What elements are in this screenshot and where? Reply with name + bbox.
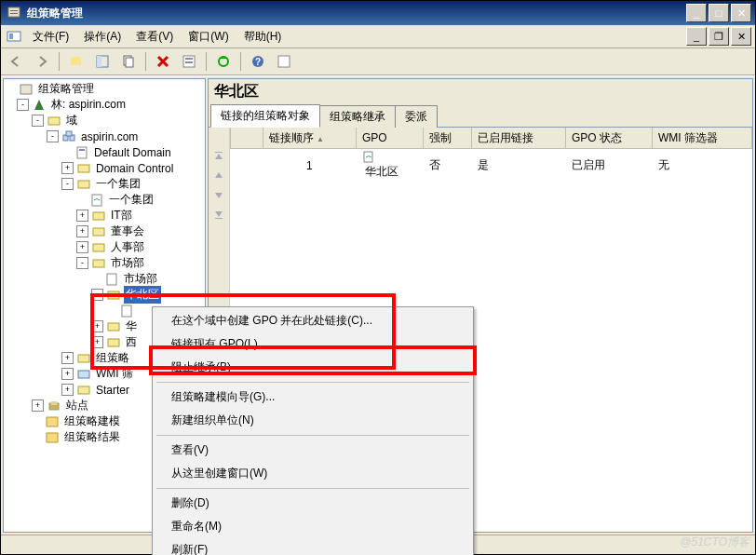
svg-rect-30 xyxy=(93,260,104,267)
toolbar: ? xyxy=(1,48,755,75)
app-icon xyxy=(7,6,21,20)
window-title: 组策略管理 xyxy=(25,6,686,21)
col-status[interactable]: GPO 状态 xyxy=(565,128,652,149)
mdi-close-button[interactable]: ✕ xyxy=(731,27,751,46)
help-button[interactable]: ? xyxy=(247,50,269,73)
svg-rect-28 xyxy=(93,228,104,236)
cell-enforced: 否 xyxy=(424,149,471,183)
refresh-button[interactable] xyxy=(212,50,235,73)
close-button[interactable]: ✕ xyxy=(731,4,751,22)
mdi-minimize-button[interactable]: _ xyxy=(686,27,707,46)
svg-rect-1 xyxy=(10,10,18,11)
minimize-button[interactable]: _ xyxy=(686,4,707,22)
svg-rect-29 xyxy=(93,244,104,251)
maximize-button[interactable]: □ xyxy=(709,4,729,22)
move-bottom-button[interactable] xyxy=(211,206,226,221)
svg-rect-33 xyxy=(122,305,131,317)
cm-rename[interactable]: 重命名(M) xyxy=(155,515,471,538)
options-button[interactable] xyxy=(273,50,295,73)
svg-rect-32 xyxy=(108,291,119,299)
col-wmi[interactable]: WMI 筛选器 xyxy=(652,128,751,149)
copy-button[interactable] xyxy=(117,50,140,73)
svg-rect-9 xyxy=(126,58,133,67)
svg-rect-4 xyxy=(9,34,13,39)
svg-rect-23 xyxy=(79,149,85,151)
svg-rect-21 xyxy=(66,131,72,136)
cm-view[interactable]: 查看(V) xyxy=(155,439,471,462)
table-row[interactable]: 1 华北区 否 是 已启用 无 xyxy=(231,149,752,183)
cell-status: 已启用 xyxy=(565,149,652,183)
cell-wmi: 无 xyxy=(652,149,751,183)
move-up-button[interactable] xyxy=(211,169,226,183)
move-down-button[interactable] xyxy=(211,187,226,202)
show-hide-button[interactable] xyxy=(91,50,114,73)
cm-create-and-link[interactable]: 在这个域中创建 GPO 并在此处链接(C)... xyxy=(155,309,471,332)
cell-gpo: 华北区 xyxy=(356,149,423,183)
move-top-button[interactable] xyxy=(211,150,226,165)
svg-rect-41 xyxy=(47,417,58,426)
mdi-restore-button[interactable]: ❐ xyxy=(709,27,729,46)
svg-rect-12 xyxy=(185,61,193,63)
context-menu: 在这个域中创建 GPO 并在此处链接(C)... 链接现有 GPO(L)... … xyxy=(152,306,474,555)
titlebar: 组策略管理 _ □ ✕ xyxy=(1,1,755,25)
svg-rect-38 xyxy=(78,386,89,394)
svg-rect-36 xyxy=(78,355,89,362)
tab-linked-gpo[interactable]: 链接的组策略对象 xyxy=(210,104,320,128)
cm-delete[interactable]: 删除(D) xyxy=(155,492,471,515)
col-order[interactable]: 链接顺序▲ xyxy=(263,128,357,149)
tree-default-policy[interactable]: Default Domain xyxy=(6,144,205,160)
svg-rect-40 xyxy=(51,401,57,405)
tree-group[interactable]: -一个集团 xyxy=(6,176,205,192)
col-enforced[interactable]: 强制 xyxy=(424,128,471,149)
cell-link-enabled: 是 xyxy=(471,149,565,183)
cm-modeling-wizard[interactable]: 组策略建模向导(G)... xyxy=(155,386,471,409)
cm-new-ou[interactable]: 新建组织单位(N) xyxy=(155,409,471,432)
tree-forest[interactable]: -林: aspirin.com xyxy=(6,97,205,113)
col-gpo[interactable]: GPO xyxy=(356,128,423,149)
menu-file[interactable]: 文件(F) xyxy=(25,26,76,47)
tree-board[interactable]: +董事会 xyxy=(6,223,205,239)
tab-inheritance[interactable]: 组策略继承 xyxy=(319,105,396,128)
svg-rect-22 xyxy=(77,147,87,158)
tab-delegation[interactable]: 委派 xyxy=(395,105,438,128)
linked-gpo-table[interactable]: 链接顺序▲ GPO 强制 已启用链接 GPO 状态 WMI 筛选器 1 华北区 xyxy=(230,128,752,182)
svg-rect-24 xyxy=(78,165,89,172)
col-link-en[interactable]: 已启用链接 xyxy=(471,128,565,149)
menu-window[interactable]: 窗口(W) xyxy=(181,26,236,47)
menu-help[interactable]: 帮助(H) xyxy=(236,26,290,47)
tree-group-policy-link[interactable]: 一个集团 xyxy=(6,192,205,208)
svg-rect-31 xyxy=(107,274,116,285)
new-button[interactable] xyxy=(65,50,88,73)
properties-button[interactable] xyxy=(178,50,200,73)
tree-hr[interactable]: +人事部 xyxy=(6,239,205,255)
back-button[interactable] xyxy=(5,50,27,73)
svg-rect-27 xyxy=(93,212,104,220)
svg-rect-43 xyxy=(215,152,223,153)
tree-domain[interactable]: -aspirin.com xyxy=(6,129,205,144)
cm-link-existing[interactable]: 链接现有 GPO(L)... xyxy=(155,332,471,356)
sort-asc-icon: ▲ xyxy=(317,135,324,143)
svg-rect-42 xyxy=(47,433,58,442)
cm-new-window[interactable]: 从这里创建窗口(W) xyxy=(155,462,471,485)
cm-block-inherit[interactable]: 阻止继承(B) xyxy=(155,356,471,379)
svg-rect-2 xyxy=(10,13,18,14)
menu-view[interactable]: 查看(V) xyxy=(128,26,181,47)
svg-rect-26 xyxy=(92,195,101,206)
svg-rect-17 xyxy=(20,85,32,94)
svg-rect-5 xyxy=(71,57,81,65)
mmc-icon xyxy=(7,29,21,44)
forward-button[interactable] xyxy=(31,50,53,73)
tree-domains[interactable]: -域 xyxy=(6,113,205,129)
tree-marketing[interactable]: -市场部 xyxy=(6,255,205,271)
menu-action[interactable]: 操作(A) xyxy=(76,26,128,47)
tree-it[interactable]: +IT部 xyxy=(6,208,205,223)
menubar: 文件(F) 操作(A) 查看(V) 窗口(W) 帮助(H) _ ❐ ✕ xyxy=(1,25,755,48)
svg-text:?: ? xyxy=(255,57,261,67)
tree-marketing-link[interactable]: 市场部 xyxy=(6,271,205,287)
cm-refresh[interactable]: 刷新(F) xyxy=(155,538,471,555)
tree-north[interactable]: -华北区 xyxy=(6,287,205,303)
tree-root[interactable]: 组策略管理 xyxy=(6,81,205,97)
tree-domain-controllers[interactable]: +Domain Control xyxy=(6,160,205,176)
tab-strip: 链接的组策略对象 组策略继承 委派 xyxy=(208,104,753,127)
delete-button[interactable] xyxy=(152,50,174,73)
